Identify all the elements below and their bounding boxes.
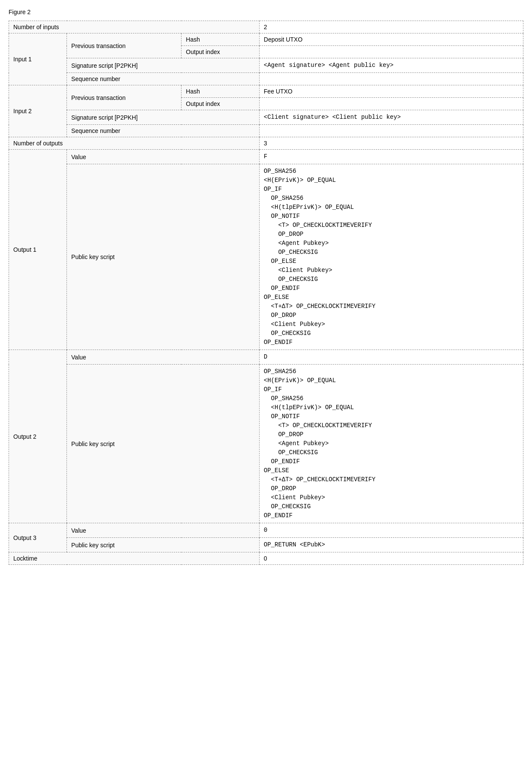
input2-seq-number-value [259,125,523,137]
main-table: Number of inputs 2 Input 1 Previous tran… [9,21,523,565]
input1-label: Input 1 [9,33,67,85]
output2-value-value: D [259,350,523,365]
output1-label: Output 1 [9,150,67,350]
number-of-outputs-value: 3 [259,137,523,150]
output2-pubkey-script-value: OP_SHA256 <H(EPrivK)> OP_EQUAL OP_IF OP_… [259,365,523,523]
output1-pubkey-script-value: OP_SHA256 <H(EPrivK)> OP_EQUAL OP_IF OP_… [259,164,523,350]
input1-seq-number-row: Sequence number [9,73,523,85]
input2-output-index-value [259,98,523,110]
output1-pubkey-script-label: Public key script [67,164,260,350]
input2-sig-script-row: Signature script [P2PKH] <Client signatu… [9,110,523,125]
input1-seq-number-value [259,73,523,85]
output2-value-label: Value [67,350,260,365]
output1-value-value: F [259,150,523,164]
input1-sig-script-row: Signature script [P2PKH] <Agent signatur… [9,58,523,73]
input1-output-index-value [259,46,523,58]
output3-value-row: Output 3 Value 0 [9,523,523,538]
input1-prev-tx-hash-row: Input 1 Previous transaction Hash Deposi… [9,33,523,46]
output3-pubkey-script-value: OP_RETURN <EPubK> [259,538,523,552]
number-of-inputs-row: Number of inputs 2 [9,21,523,33]
input2-sig-script-value: <Client signature> <Client public key> [259,110,523,125]
input2-output-index-label: Output index [181,98,259,110]
input1-prev-tx-label: Previous transaction [67,33,181,58]
input2-prev-tx-label: Previous transaction [67,85,181,110]
number-of-inputs-label: Number of inputs [9,21,260,33]
figure-title: Figure 2 [9,9,523,15]
output1-value-label: Value [67,150,260,164]
output3-value-value: 0 [259,523,523,538]
input1-output-index-label: Output index [181,46,259,58]
input2-label: Input 2 [9,85,67,137]
input2-hash-label: Hash [181,85,259,98]
output3-value-label: Value [67,523,260,538]
output2-label: Output 2 [9,350,67,523]
input1-sig-script-label: Signature script [P2PKH] [67,58,260,73]
output2-value-row: Output 2 Value D [9,350,523,365]
number-of-inputs-value: 2 [259,21,523,33]
input2-hash-value: Fee UTXO [259,85,523,98]
number-of-outputs-label: Number of outputs [9,137,260,150]
output3-pubkey-script-row: Public key script OP_RETURN <EPubK> [9,538,523,552]
output3-pubkey-script-label: Public key script [67,538,260,552]
input2-seq-number-row: Sequence number [9,125,523,137]
input1-sig-script-value: <Agent signature> <Agent public key> [259,58,523,73]
input2-seq-number-label: Sequence number [67,125,260,137]
input1-hash-value: Deposit UTXO [259,33,523,46]
input2-prev-tx-hash-row: Input 2 Previous transaction Hash Fee UT… [9,85,523,98]
input2-sig-script-label: Signature script [P2PKH] [67,110,260,125]
output2-pubkey-script-row: Public key script OP_SHA256 <H(EPrivK)> … [9,365,523,523]
output1-pubkey-script-row: Public key script OP_SHA256 <H(EPrivK)> … [9,164,523,350]
locktime-label: Locktime [9,552,260,565]
input1-seq-number-label: Sequence number [67,73,260,85]
output1-value-row: Output 1 Value F [9,150,523,164]
locktime-value: 0 [259,552,523,565]
number-of-outputs-row: Number of outputs 3 [9,137,523,150]
output3-label: Output 3 [9,523,67,552]
output2-pubkey-script-label: Public key script [67,365,260,523]
input1-hash-label: Hash [181,33,259,46]
locktime-row: Locktime 0 [9,552,523,565]
